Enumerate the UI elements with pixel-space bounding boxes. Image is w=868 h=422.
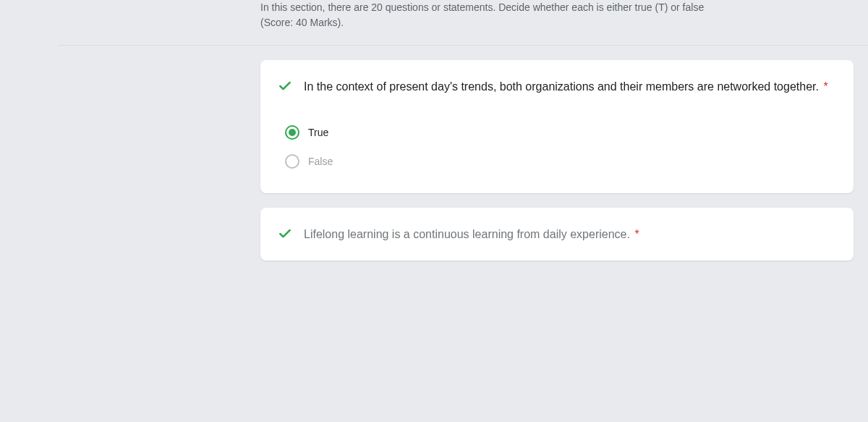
question-body: Lifelong learning is a continuous learni… [304,228,630,240]
option-label-false: False [308,156,333,167]
question-text: In the context of present day's trends, … [304,77,836,96]
question-body: In the context of present day's trends, … [304,80,819,93]
instruction-line-1: In this section, there are 20 questions … [260,0,854,15]
option-false[interactable]: False [285,147,836,176]
check-icon [278,79,292,93]
radio-icon [285,125,299,140]
required-asterisk: * [634,228,639,240]
question-header: In the context of present day's trends, … [278,77,836,96]
option-true[interactable]: True [285,118,836,147]
options-group: True False [278,118,836,176]
option-label-true: True [308,127,328,138]
instruction-line-2: (Score: 40 Marks). [260,15,854,30]
required-asterisk: * [823,80,827,93]
question-header: Lifelong learning is a continuous learni… [278,225,836,244]
radio-icon [285,154,299,169]
section-instructions: In this section, there are 20 questions … [58,0,868,46]
question-card-2: Lifelong learning is a continuous learni… [260,208,854,261]
check-icon [278,227,292,241]
question-text: Lifelong learning is a continuous learni… [304,225,836,244]
form-page: In this section, there are 20 questions … [0,0,868,422]
question-card-1: In the context of present day's trends, … [260,60,854,193]
